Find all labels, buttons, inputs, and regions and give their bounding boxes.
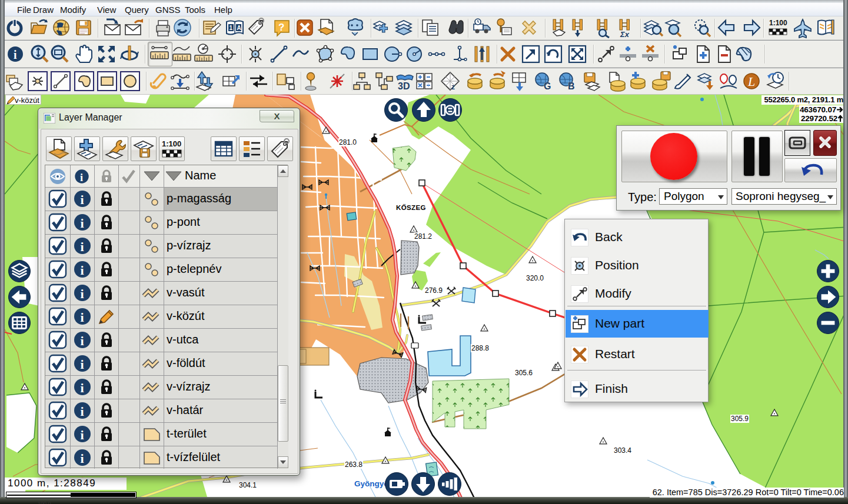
svg-text:i: i	[81, 333, 84, 348]
svg-text:i: i	[81, 310, 84, 325]
svg-text:i: i	[81, 192, 84, 207]
svg-text:i: i	[81, 451, 84, 466]
svg-text:i: i	[81, 263, 84, 278]
svg-text:i: i	[81, 239, 84, 254]
svg-text:i: i	[81, 404, 84, 419]
svg-text:1:100: 1:100	[769, 19, 787, 27]
svg-text:i: i	[81, 216, 84, 231]
svg-text:Σx: Σx	[620, 30, 630, 38]
svg-text:i: i	[81, 357, 84, 372]
svg-text:L: L	[747, 74, 755, 89]
svg-text:i: i	[14, 48, 17, 61]
svg-text:3D: 3D	[398, 81, 410, 91]
svg-text:i: i	[80, 172, 83, 183]
svg-text:i: i	[81, 380, 84, 395]
svg-text:i: i	[81, 428, 84, 442]
svg-text:G: G	[544, 81, 551, 91]
svg-text:B: B	[568, 81, 575, 91]
svg-text:z: z	[451, 83, 455, 91]
svg-text:i: i	[81, 286, 84, 301]
svg-text:1: 1	[230, 25, 233, 31]
svg-text:A: A	[237, 25, 241, 31]
svg-text:1:100: 1:100	[162, 139, 181, 148]
svg-text:?: ?	[278, 22, 284, 33]
